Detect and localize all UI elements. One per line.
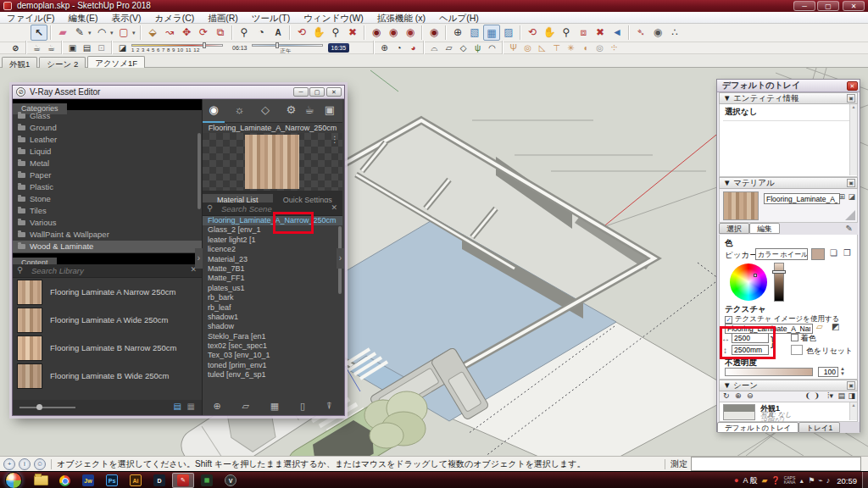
frame-buffer-icon[interactable]: ▣ [65, 42, 80, 53]
add-material-icon[interactable]: ⊕ [213, 401, 220, 412]
create-material-icon[interactable]: ⊞ [838, 192, 845, 201]
ime-mode-indicator[interactable]: A 般 [740, 475, 760, 486]
previous-view-icon[interactable]: ◄ [609, 25, 626, 41]
close-button[interactable]: ✕ [843, 1, 865, 11]
amber-tray-icon[interactable]: ▰ [760, 476, 770, 485]
materials-section-header[interactable]: ▼ マテリアル ▣ [719, 177, 858, 189]
line-tool-icon[interactable]: ✎ [71, 25, 88, 41]
geometry-icon[interactable]: ◇ [254, 99, 276, 121]
tab-edit[interactable]: 編集 [749, 223, 780, 234]
taskbar-sketchup[interactable]: ✎ [172, 473, 194, 488]
pie-red-icon[interactable]: ◕ [406, 42, 420, 53]
show-desktop-button[interactable] [862, 472, 868, 488]
steering-tool-icon[interactable]: ◎ [593, 42, 607, 53]
menu-camera[interactable]: カメラ(C) [147, 12, 201, 24]
vray-interactive-icon[interactable]: ◉ [385, 25, 402, 41]
shadows-toggle-icon[interactable]: ◪ [115, 42, 130, 53]
zoom-tool-icon[interactable]: ⚲ [327, 25, 344, 41]
pie-tool-icon[interactable]: ◔ [392, 42, 406, 53]
signin-icon[interactable]: ☺ [34, 458, 46, 470]
maximize-button[interactable]: ▢ [817, 1, 839, 11]
compass-icon[interactable]: ⊕ [377, 42, 392, 53]
funnel-tool-icon[interactable]: Ψ [506, 42, 520, 53]
vray-render-icon[interactable]: ◉ [368, 25, 385, 41]
checkbox-checked-icon[interactable]: ✓ [725, 316, 732, 324]
position-camera-icon[interactable]: ➴ [632, 25, 649, 41]
material-item[interactable]: leater light2 [1 [203, 236, 342, 245]
start-orb-icon[interactable] [5, 472, 22, 488]
view-options-icon[interactable]: ⁞▾ [827, 391, 833, 400]
orbit-tool-icon-2[interactable]: ⟲ [524, 25, 541, 41]
action-flag-icon[interactable]: ⚑ [806, 476, 816, 485]
eraser-tool-icon[interactable]: ▰ [54, 25, 71, 41]
paint-bucket-icon[interactable]: ⬙ [144, 25, 161, 41]
slider-handle[interactable] [36, 404, 42, 410]
reset-color-swatch[interactable] [791, 345, 803, 355]
category-item[interactable]: Leather [13, 134, 202, 146]
date-slider[interactable]: 1 2 3 4 5 6 7 8 9 10 11 12 [130, 42, 230, 53]
tray-header[interactable]: デフォルトのトレイ ✕ [717, 80, 860, 92]
pin-tool-icon[interactable]: ⊤ [549, 42, 564, 53]
scene-menu-icon[interactable]: ◨ [848, 391, 855, 400]
open-folder-icon[interactable]: ▱ [242, 401, 248, 412]
shaded-style-icon[interactable]: ▦ [483, 25, 500, 41]
clear-search-icon[interactable]: ✕ [331, 203, 337, 212]
material-item[interactable]: Tex_03 [env_10_1 [203, 351, 342, 360]
expander-right-icon[interactable]: › [337, 248, 344, 269]
menu-draw[interactable]: 描画(R) [201, 12, 245, 24]
match-object-icon[interactable]: ❒ [843, 248, 851, 258]
arc-tool-icon[interactable]: ◠ [93, 25, 110, 41]
material-name-field[interactable] [764, 193, 840, 204]
opacity-value-field[interactable] [818, 367, 838, 377]
loop-tool-icon[interactable]: ◎ [520, 42, 535, 53]
current-color-swatch[interactable] [811, 248, 825, 260]
update-scene-icon[interactable]: ↻ [723, 391, 730, 400]
category-item[interactable]: Tiles [13, 205, 202, 217]
network-icon[interactable]: ⌁ [816, 476, 824, 485]
ime-red-dot-icon[interactable]: ● [732, 476, 740, 485]
category-item[interactable]: Metal [13, 158, 202, 169]
taskbar-clock[interactable]: 20:59 [832, 476, 862, 485]
category-item[interactable]: Liquid [13, 146, 202, 158]
material-item[interactable]: licence2 [203, 245, 342, 254]
lights-bulb-icon[interactable]: ☼ [228, 99, 250, 121]
value-slider[interactable] [774, 263, 784, 302]
sun-tool-icon[interactable]: ✳ [564, 42, 578, 53]
material-item[interactable]: Steklo_Fara [en1 [203, 332, 342, 341]
list-view-icon[interactable]: ▤ [174, 402, 181, 411]
move-tool-icon[interactable]: ✥ [178, 25, 195, 41]
pan-tool-icon[interactable]: ✋ [310, 25, 327, 41]
tray-close-icon[interactable]: ✕ [847, 81, 858, 91]
protractor-icon[interactable]: ◔ [253, 25, 270, 41]
delete-icon[interactable]: ▯ [300, 401, 305, 412]
taskbar-jwcad[interactable]: Jw [77, 473, 99, 488]
select-tool-icon[interactable]: ↖ [31, 25, 47, 41]
scene-thumbnail[interactable] [723, 404, 755, 420]
material-item[interactable]: rb_leaf [203, 303, 342, 313]
render-teapot-icon[interactable]: ☕ [30, 42, 44, 53]
orbit-tool-icon[interactable]: ⟲ [293, 25, 310, 41]
volume-icon[interactable]: ♪ [825, 476, 832, 485]
opacity-slider[interactable] [725, 368, 813, 376]
vray-close-button[interactable]: ✕ [326, 87, 342, 97]
interactive-render-icon[interactable]: ☕ [44, 42, 58, 53]
menu-tools[interactable]: ツール(T) [245, 12, 297, 24]
add-scene-icon[interactable]: ⊕ [735, 391, 742, 400]
search-library-input[interactable] [30, 265, 165, 276]
help-tray-icon[interactable]: ❓ [769, 476, 782, 485]
triangle-tool-icon[interactable]: ◺ [535, 42, 549, 53]
frame-buffer-icon[interactable]: ▣ [319, 99, 341, 121]
grass-tool-icon[interactable]: ψ [470, 42, 485, 53]
vray-gpu-icon[interactable]: ◉ [402, 25, 419, 41]
picker-dropdown[interactable]: カラー ホイール ▾ [755, 248, 808, 260]
text-tool-icon[interactable]: A [270, 25, 287, 41]
material-item[interactable]: Material_23 [203, 255, 342, 264]
expander-left-icon[interactable]: › [195, 248, 203, 269]
category-scrollbar[interactable] [198, 133, 201, 209]
scenes-detach-icon[interactable]: ▣ [847, 381, 855, 390]
zoom-tool-icon-2[interactable]: ⚲ [558, 25, 575, 41]
taskbar-qr-tool[interactable]: ▦ [196, 473, 218, 488]
taskbar-designspark[interactable]: D [148, 473, 170, 488]
render-teapot-icon[interactable]: ☕ [298, 99, 320, 121]
materials-sphere-icon[interactable]: ◉ [203, 99, 225, 123]
